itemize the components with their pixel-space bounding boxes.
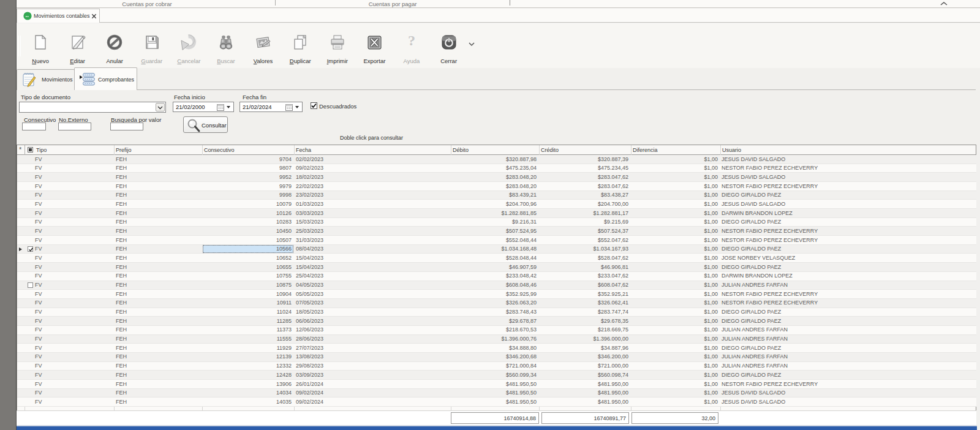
svg-text:?: ?	[408, 34, 415, 48]
